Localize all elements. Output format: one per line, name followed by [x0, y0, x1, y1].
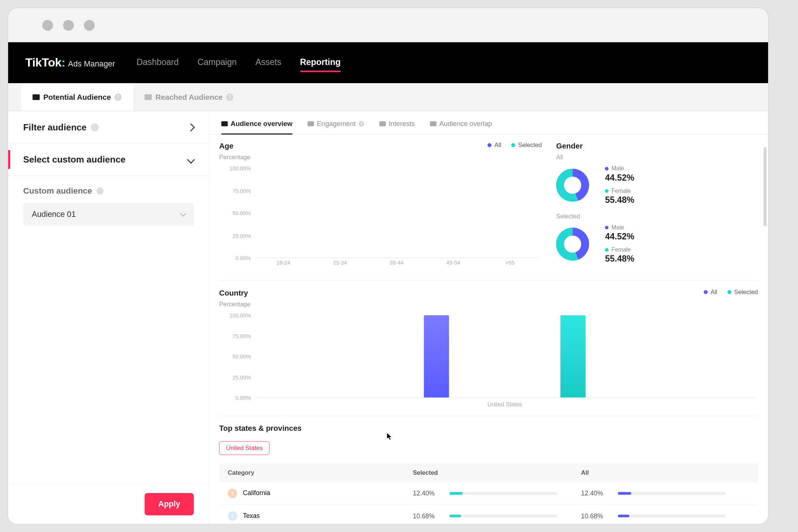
country-bar [424, 315, 449, 398]
gender-title: Gender [556, 142, 758, 150]
body: Filter audience Select custom audience C… [8, 111, 768, 524]
window-control-dot[interactable] [42, 20, 53, 31]
brand: TikTok: Ads Manager [25, 56, 115, 69]
gender-all-label: All [556, 154, 758, 161]
help-icon[interactable] [91, 123, 99, 131]
age-title: Age [219, 142, 251, 150]
select-value: Audience 01 [32, 209, 76, 219]
gender-selected-female: Female 55.48% [605, 247, 634, 264]
top-nav: TikTok: Ads Manager Dashboard Campaign A… [8, 42, 768, 83]
country-chip[interactable]: United States [219, 441, 270, 455]
brand-subtitle: Ads Manager [68, 59, 115, 69]
content: Age Percentage All Selected 100.00%75.00… [209, 134, 768, 524]
all-pct: 10.68% [581, 512, 609, 519]
age-xlabel: 25-34 [324, 260, 357, 269]
subtab-audience-overview[interactable]: Audience overview [221, 120, 293, 134]
overlap-icon [430, 121, 437, 126]
states-table: Category Selected All 1California12.40%1… [219, 464, 758, 524]
scrollbar[interactable] [764, 147, 767, 226]
table-header: Category Selected All [219, 464, 758, 482]
apply-button[interactable]: Apply [144, 493, 194, 515]
country-subtitle: Percentage [219, 301, 251, 308]
tab-label: Reached Audience [156, 93, 223, 101]
age-xlabel: 18-24 [267, 260, 300, 269]
age-xlabel: 45-54 [437, 260, 470, 269]
states-panel: Top states & provinces United States Cat… [219, 416, 758, 524]
rank-badge: 2 [228, 511, 237, 521]
audience-icon [33, 94, 40, 100]
tab-label: Potential Audience [43, 93, 111, 101]
chevron-right-icon [187, 123, 195, 131]
th-category: Category [228, 469, 413, 476]
audience-icon [145, 94, 152, 100]
gender-panel: Gender All Male 44.52% [556, 142, 758, 272]
table-row: 1California12.40%12.40% [219, 482, 758, 505]
custom-audience-select[interactable]: Audience 01 [23, 203, 194, 226]
subtab-label: Audience overlap [439, 120, 492, 127]
nav-assets[interactable]: Assets [255, 57, 281, 68]
window-control-dot[interactable] [84, 20, 95, 31]
selected-pct: 12.40% [413, 490, 441, 497]
caret-down-icon [180, 211, 186, 216]
th-selected: Selected [413, 469, 581, 476]
nav-dashboard[interactable]: Dashboard [137, 57, 179, 68]
sidebar-label: Select custom audience [23, 154, 126, 165]
sidebar-label: Filter audience [23, 122, 87, 132]
engagement-icon [308, 121, 314, 126]
age-legend: All Selected [488, 142, 542, 149]
legend-selected: Selected [727, 289, 758, 296]
country-xlabel: United States [255, 402, 754, 408]
sub-tabs: Audience overview Engagement? Interests … [209, 111, 768, 134]
help-icon[interactable]: ? [226, 93, 233, 100]
gender-all-donut [556, 169, 589, 202]
th-all: All [581, 469, 749, 476]
gender-all-block: All Male 44.52% Female [556, 154, 758, 205]
tab-potential-audience[interactable]: Potential Audience ? [21, 83, 133, 111]
age-subtitle: Percentage [219, 154, 251, 161]
gender-all-male: Male 44.52% [605, 166, 634, 183]
subtab-engagement[interactable]: Engagement? [308, 120, 364, 134]
table-row: 2Texas10.68%10.68% [219, 505, 758, 524]
help-icon[interactable] [96, 187, 103, 194]
state-name: California [243, 490, 270, 497]
row-age-gender: Age Percentage All Selected 100.00%75.00… [219, 142, 758, 281]
selected-pct: 10.68% [413, 512, 441, 519]
gender-all-female: Female 55.48% [605, 188, 634, 205]
subtab-interests[interactable]: Interests [379, 120, 415, 134]
all-pct: 12.40% [581, 490, 609, 497]
chevron-down-icon [187, 156, 195, 164]
nav-reporting[interactable]: Reporting [300, 57, 341, 68]
app-window: TikTok: Ads Manager Dashboard Campaign A… [7, 7, 769, 525]
gender-selected-donut [556, 228, 589, 260]
gender-selected-block: Selected Male 44.52% Female [556, 213, 758, 264]
state-name: Texas [243, 512, 260, 519]
sidebar: Filter audience Select custom audience C… [8, 111, 209, 524]
subtab-audience-overlap[interactable]: Audience overlap [430, 120, 492, 134]
window-titlebar [8, 8, 768, 42]
subtab-label: Interests [389, 120, 415, 127]
pct-bar [618, 515, 726, 518]
sidebar-custom-audience-section: Custom audience Audience 01 [8, 176, 209, 236]
help-icon[interactable]: ? [359, 121, 365, 127]
interests-icon [379, 121, 386, 126]
country-legend: All Selected [704, 289, 758, 296]
window-control-dot[interactable] [63, 20, 74, 31]
pct-bar [450, 492, 557, 495]
sidebar-select-custom-audience[interactable]: Select custom audience [8, 143, 209, 176]
pct-bar [450, 515, 557, 518]
states-title: Top states & provinces [219, 424, 758, 433]
sidebar-footer: Apply [8, 484, 209, 524]
subtab-label: Audience overview [231, 120, 293, 127]
help-icon[interactable]: ? [115, 93, 122, 100]
gender-selected-male: Male 44.52% [605, 224, 634, 242]
country-title: Country [219, 289, 251, 297]
legend-all: All [488, 142, 501, 149]
legend-selected: Selected [511, 142, 542, 149]
brand-logo-text: TikTok: [25, 56, 65, 69]
country-chart: 100.00%75.00%50.00%25.00%0.00% United St… [219, 315, 758, 409]
age-xlabel: >55 [494, 260, 526, 269]
main-content: Audience overview Engagement? Interests … [209, 111, 768, 524]
tab-reached-audience[interactable]: Reached Audience ? [133, 83, 245, 111]
nav-campaign[interactable]: Campaign [197, 57, 236, 68]
sidebar-filter-audience[interactable]: Filter audience [8, 111, 209, 144]
